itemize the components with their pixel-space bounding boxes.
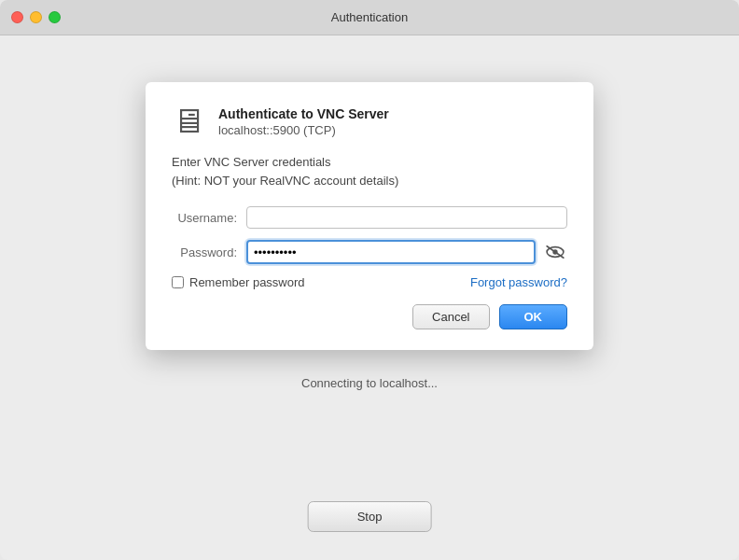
button-row: Cancel OK [172,304,567,329]
stop-button[interactable]: Stop [308,501,432,532]
traffic-lights [11,11,61,23]
hint-line2: (Hint: NOT your RealVNC account details) [172,174,398,188]
dialog-header: 🖥 Authenticate to VNC Server localhost::… [172,105,567,138]
remember-row: Remember password Forgot password? [172,275,567,289]
forgot-password-link[interactable]: Forgot password? [470,275,567,289]
hint-line1: Enter VNC Server credentials [172,155,331,169]
password-input[interactable] [246,240,536,264]
maximize-button[interactable] [49,11,61,23]
monitor-icon: 🖥 [172,105,205,138]
eye-slash-icon [545,245,565,259]
main-window: Authentication 🖥 Authenticate to VNC Ser… [0,0,739,560]
stop-button-area: Stop [308,501,432,532]
remember-label: Remember password [189,275,305,289]
window-title: Authentication [331,10,408,24]
username-row: Username: [172,206,567,229]
titlebar: Authentication [0,0,739,35]
dialog-title: Authenticate to VNC Server [218,106,389,121]
password-label: Password: [172,245,246,259]
toggle-visibility-button[interactable] [543,243,567,261]
username-input[interactable] [246,206,567,229]
password-row: Password: [172,240,567,264]
dialog-card: 🖥 Authenticate to VNC Server localhost::… [146,82,593,350]
minimize-button[interactable] [30,11,42,23]
connecting-status: Connecting to localhost... [301,376,438,390]
dialog-subtitle: localhost::5900 (TCP) [218,123,389,137]
window-body: 🖥 Authenticate to VNC Server localhost::… [0,35,739,560]
remember-checkbox[interactable] [172,276,184,288]
dialog-header-text: Authenticate to VNC Server localhost::59… [218,106,389,137]
close-button[interactable] [11,11,23,23]
cancel-button[interactable]: Cancel [412,304,489,329]
username-label: Username: [172,211,246,225]
dialog-hint: Enter VNC Server credentials (Hint: NOT … [172,153,567,189]
remember-left: Remember password [172,275,305,289]
password-field-group [246,240,567,264]
ok-button[interactable]: OK [499,304,568,329]
